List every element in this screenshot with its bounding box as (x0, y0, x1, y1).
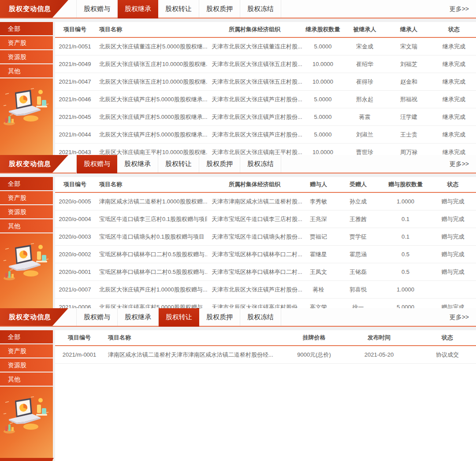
cell-donee: 王雅茜 (335, 210, 381, 228)
cell-heir: 汪学建 (386, 108, 432, 126)
sidebar-item-resource-shares[interactable]: 资源股 (0, 205, 53, 218)
cell-village-org: 天津市津南区咸水沽镇二道桥村股... (207, 192, 302, 210)
finance-illustration (0, 78, 53, 155)
tab-equity-pledge[interactable]: 股权质押 (199, 155, 240, 173)
table-row[interactable]: 2021/m-0001津南区咸水沽镇二道桥村天津市津南区咸水沽镇二道桥村股份经.… (55, 346, 476, 364)
cell-village-org: 天津市北辰区大张庄镇芦庄村股份... (207, 91, 302, 108)
section-header-bar: 股权变动信息 股权赠与股权继承股权转让股权质押股权冻结 更多>> (0, 0, 476, 18)
cell-inherited-shares: 10.0000 (302, 73, 344, 91)
paint-splash (23, 270, 38, 277)
sidebar-item-all[interactable]: 全部 (0, 177, 53, 190)
category-sidebar: 全部资产股资源股其他 (0, 330, 53, 461)
tab-equity-inheritance[interactable]: 股权继承 (118, 0, 158, 18)
table-row[interactable]: 2021/o-0007北辰区大张庄镇芦庄村1.0000股股权赠与...天津市北辰… (55, 281, 476, 299)
cell-project-name: 北辰区大张庄镇南王平村10.0000股股权继... (95, 144, 207, 155)
cell-decedent: 崔得珍 (344, 73, 386, 91)
cell-status: 继承完成 (432, 55, 476, 73)
table-row[interactable]: 2020/o-0003宝坻区牛道口镇塘头村0.1股股权赠与项目天津市宝坻区牛道口… (55, 228, 476, 246)
more-link[interactable]: 更多>> (450, 0, 476, 18)
cell-donor: 高文荣 (302, 299, 335, 309)
tab-equity-transfer[interactable]: 股权转让 (158, 0, 199, 18)
tab-equity-transfer[interactable]: 股权转让 (159, 308, 199, 327)
column-header-listing-price: 挂牌价格 (289, 330, 339, 346)
cell-status (430, 281, 476, 299)
tab-equity-inheritance[interactable]: 股权继承 (117, 155, 158, 173)
tab-equity-inheritance[interactable]: 股权继承 (118, 308, 159, 326)
cell-status: 赠与完成 (430, 246, 476, 263)
table-row[interactable]: 2020/o-0005津南区咸水沽镇二道桥村1.0000股股权赠...天津市津南… (55, 192, 476, 210)
cell-project-code: 2021/m-0001 (55, 346, 104, 364)
sidebar-items: 全部资产股资源股其他 (0, 330, 53, 387)
coin-icon (38, 90, 43, 94)
cell-village-org: 天津市北辰区大张庄镇芦庄村股份... (207, 126, 302, 144)
tab-equity-gift[interactable]: 股权赠与 (76, 308, 118, 326)
cell-gifted-shares: 0.5 (381, 263, 430, 281)
cell-village-org: 天津市北辰区大张庄镇董连庄村股... (207, 37, 302, 55)
cell-project-code: 2020/o-0001 (55, 263, 95, 281)
column-header-project-code: 项目编号 (55, 177, 95, 192)
table-row[interactable]: 2020/o-0004宝坻区牛道口镇李三店村0.1股股权赠与项目天津市宝坻区牛道… (55, 210, 476, 228)
tab-equity-freeze[interactable]: 股权冻结 (240, 0, 281, 18)
cell-donor: 王兆深 (302, 210, 335, 228)
laptop-icon (9, 398, 41, 424)
tab-equity-gift[interactable]: 股权赠与 (76, 0, 118, 18)
more-link[interactable]: 更多>> (450, 155, 476, 173)
table-panel: 项目编号项目名称挂牌价格发布时间状态 2021/m-0001津南区咸水沽镇二道桥… (55, 330, 476, 461)
sidebar-item-other[interactable]: 其他 (0, 219, 53, 232)
section-equity-inheritance: 股权变动信息 股权赠与股权继承股权转让股权质押股权冻结 更多>> 全部资产股资源… (0, 0, 476, 155)
tab-equity-transfer[interactable]: 股权转让 (158, 155, 199, 173)
table-row[interactable]: 2021/n-0046北辰区大张庄镇芦庄村5.0000股股权继承...天津市北辰… (55, 91, 476, 108)
table-row[interactable]: 2021/n-0045北辰区大张庄镇芦庄村5.0000股股权继承...天津市北辰… (55, 108, 476, 126)
cell-project-code: 2020/o-0003 (55, 228, 95, 246)
sidebar-item-other[interactable]: 其他 (0, 64, 53, 77)
column-header-publish-date: 发布时间 (339, 330, 419, 346)
tab-equity-pledge[interactable]: 股权质押 (199, 308, 240, 326)
cell-status: 继承完成 (432, 108, 476, 126)
cell-status: 继承完成 (432, 126, 476, 144)
bar-chart-icon (4, 424, 15, 434)
table-row[interactable]: 2021/n-0044北辰区大张庄镇芦庄村5.0000股股权继承...天津市北辰… (55, 126, 476, 144)
tab-bar: 股权赠与股权继承股权转让股权质押股权冻结 (76, 0, 281, 18)
cell-project-name: 北辰区大张庄镇高庄村5.0000股股权赠与... (95, 299, 207, 309)
table-row[interactable]: 2021/n-0051北辰区大张庄镇董连庄村5.0000股股权继...天津市北辰… (55, 37, 476, 55)
tab-equity-gift[interactable]: 股权赠与 (76, 155, 117, 173)
cell-project-code: 2021/n-0046 (55, 91, 95, 108)
sidebar-item-asset-shares[interactable]: 资产股 (0, 344, 53, 358)
cell-donee: 徐一 (335, 299, 381, 309)
cell-village-org: 天津市宝坻区牛道口镇李三店村股... (207, 210, 302, 228)
sidebar-item-resource-shares[interactable]: 资源股 (0, 50, 53, 63)
tab-equity-freeze[interactable]: 股权冻结 (240, 155, 281, 173)
sidebar-item-resource-shares[interactable]: 资源股 (0, 358, 53, 372)
sidebar-item-other[interactable]: 其他 (0, 372, 53, 386)
column-header-donor: 赠与人 (302, 177, 335, 192)
laptop-icon (9, 90, 41, 116)
cell-project-name: 北辰区大张庄镇张五庄村10.0000股股权继... (95, 73, 207, 91)
cell-village-org: 天津市北辰区大张庄镇张五庄村股... (207, 73, 302, 91)
sidebar-item-asset-shares[interactable]: 资产股 (0, 36, 53, 49)
cell-project-name: 宝坻区林亭口镇林亭口二村0.5股股权赠与... (95, 263, 207, 281)
tab-equity-pledge[interactable]: 股权质押 (199, 0, 240, 18)
table-row[interactable]: 2020/o-0002宝坻区林亭口镇林亭口二村0.5股股权赠与...天津市宝坻区… (55, 246, 476, 263)
cell-decedent: 宋金成 (344, 37, 386, 55)
sidebar-item-all[interactable]: 全部 (0, 22, 53, 35)
sidebar-item-asset-shares[interactable]: 资产股 (0, 191, 53, 204)
table-row[interactable]: 2021/n-0047北辰区大张庄镇张五庄村10.0000股股权继...天津市北… (55, 73, 476, 91)
table-row[interactable]: 2020/o-0001宝坻区林亭口镇林亭口二村0.5股股权赠与...天津市宝坻区… (55, 263, 476, 281)
cell-donor: 王凤文 (302, 263, 335, 281)
cell-project-name: 北辰区大张庄镇芦庄村5.0000股股权继承... (95, 91, 207, 108)
cell-project-name: 北辰区大张庄镇芦庄村5.0000股股权继承... (95, 126, 207, 144)
cell-donee: 霍思涵 (335, 246, 381, 263)
cell-project-name: 北辰区大张庄镇张五庄村10.0000股股权继... (95, 55, 207, 73)
section-equity-transfer: 股权变动信息 股权赠与股权继承股权转让股权质押股权冻结 更多>> 全部资产股资源… (0, 308, 476, 461)
cell-status: 继承完成 (432, 144, 476, 155)
tab-equity-freeze[interactable]: 股权冻结 (240, 308, 281, 326)
table-row[interactable]: 2021/n-0043北辰区大张庄镇南王平村10.0000股股权继...天津市北… (55, 144, 476, 155)
more-link[interactable]: 更多>> (450, 308, 476, 326)
cell-project-name: 北辰区大张庄镇芦庄村1.0000股股权赠与... (95, 281, 207, 299)
cell-inherited-shares: 5.0000 (302, 37, 344, 55)
coin-icon (38, 398, 43, 402)
table-row[interactable]: 2021/n-0049北辰区大张庄镇张五庄村10.0000股股权继...天津市北… (55, 55, 476, 73)
sidebar-item-all[interactable]: 全部 (0, 330, 53, 343)
table-row[interactable]: 2021/o-0006北辰区大张庄镇高庄村5.0000股股权赠与...天津市北辰… (55, 299, 476, 309)
cell-decedent: 邢永起 (344, 91, 386, 108)
